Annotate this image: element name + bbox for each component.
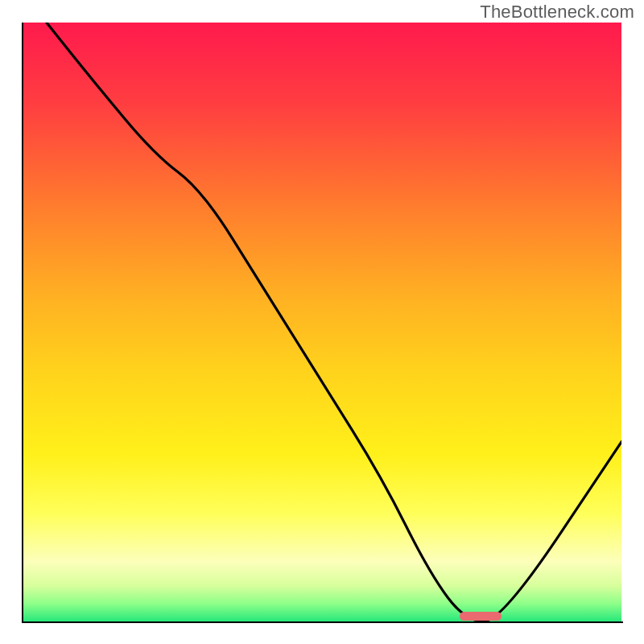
bottleneck-chart: TheBottleneck.com [0,0,644,644]
plot-area [23,23,621,621]
x-axis [22,621,623,623]
bottleneck-curve-path [47,23,621,621]
optimal-range-marker [460,612,502,621]
watermark-text: TheBottleneck.com [480,2,634,23]
y-axis [22,23,23,623]
curve-svg [23,23,621,621]
